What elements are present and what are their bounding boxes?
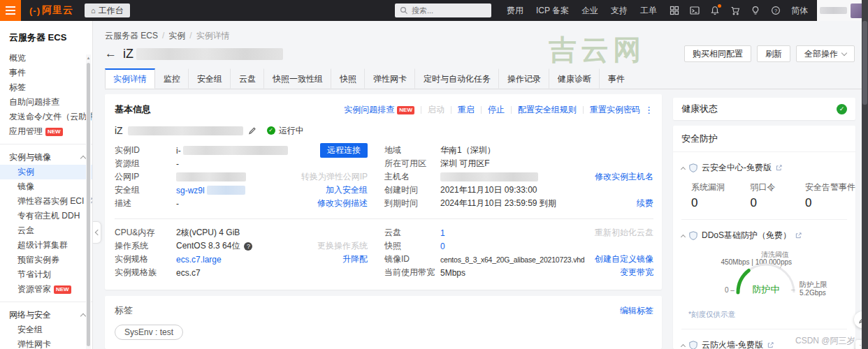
security-group-redacted [207, 186, 245, 195]
edit-hostname-link[interactable]: 修改实例主机名 [595, 171, 653, 183]
chevron-up-icon [681, 343, 686, 348]
all-actions-button[interactable]: 全部操作 [796, 45, 855, 62]
app-grid-icon[interactable] [670, 6, 679, 15]
basic-info-card: 基本信息 实例问题排查NEW 启动 重启 停止 配置安全组规则 重置实例密码 ⋮ [105, 94, 662, 290]
breadcrumb-instances[interactable]: 实例 [168, 31, 185, 40]
scroll-up-arrow[interactable]: ▲ [86, 54, 91, 61]
remote-connect-button[interactable]: 远程连接 [320, 143, 368, 158]
language-selector[interactable]: 简体 [791, 5, 808, 17]
sidebar-item-instances[interactable]: 实例 [0, 165, 92, 179]
page-scrollbar[interactable] [862, 0, 868, 349]
ddos-gauge: 清洗阈值 450Mbps | 100.000pps 0 – 防护中 – 防护上限… [673, 243, 855, 310]
sidebar-item-images[interactable]: 镜像 [0, 179, 92, 194]
menu-support[interactable]: 支持 [611, 5, 628, 17]
workbench-button[interactable]: ⌂ 工作台 [85, 3, 130, 17]
sidebar-item-cloud-assistant[interactable]: 发送命令/文件（云助手） [0, 110, 92, 124]
refresh-button[interactable]: 刷新 [757, 45, 790, 62]
renew-link[interactable]: 续费 [637, 198, 653, 209]
user-account[interactable] [817, 0, 868, 21]
more-actions-icon[interactable]: ⋮ [644, 105, 653, 115]
sidebar-group-instances[interactable]: 实例与镜像 [0, 149, 92, 165]
tab-health-diagnosis[interactable]: 健康诊断 [549, 68, 600, 89]
scrollbar-thumb[interactable] [862, 21, 867, 105]
sidebar-item-scc[interactable]: 超级计算集群 [0, 238, 92, 253]
tag-pill[interactable]: SysEnv : test [115, 325, 183, 340]
sidebar-item-overview[interactable]: 概览 [0, 51, 92, 66]
back-arrow-icon[interactable]: ← [105, 47, 117, 61]
sidebar-item-reserved-instances[interactable]: 预留实例券 [0, 253, 92, 267]
action-configure-sg-rules[interactable]: 配置安全组规则 [518, 104, 577, 116]
menu-icp[interactable]: ICP 备案 [536, 5, 569, 17]
sidebar-collapse-handle[interactable] [93, 221, 101, 244]
menu-enterprise[interactable]: 企业 [581, 5, 598, 17]
sidebar-item-app-management[interactable]: 应用管理NEW [0, 124, 92, 139]
sidebar-item-resource-manager[interactable]: 资源管家NEW [0, 282, 92, 297]
tab-enis[interactable]: 弹性网卡 [365, 68, 415, 89]
notifications-bell-icon[interactable] [710, 6, 720, 15]
tab-operation-records[interactable]: 操作记录 [499, 68, 549, 89]
change-os-link[interactable]: 更换操作系统 [317, 240, 368, 252]
edit-pencil-icon[interactable] [248, 126, 256, 135]
tab-instance-details[interactable]: 实例详情 [105, 68, 155, 89]
tab-disks[interactable]: 云盘 [231, 68, 264, 89]
sidebar-item-events[interactable]: 事件 [0, 66, 92, 80]
create-custom-image-link[interactable]: 创建自定义镜像 [595, 253, 653, 265]
topbar-search[interactable] [395, 3, 491, 17]
firewall-section[interactable]: 云防火墙-免费版 [681, 339, 847, 349]
sidebar-item-tags[interactable]: 标签 [0, 80, 92, 95]
resize-link[interactable]: 升降配 [342, 253, 368, 265]
edit-tags-link[interactable]: 编辑标签 [620, 305, 653, 317]
action-reset-password[interactable]: 重置实例密码 [590, 104, 640, 116]
help-question-icon[interactable]: ? [244, 242, 252, 251]
change-bandwidth-link[interactable]: 变更带宽 [620, 267, 653, 279]
tab-security-groups[interactable]: 安全组 [189, 68, 231, 89]
search-input[interactable] [412, 6, 482, 15]
sidebar-item-eci[interactable]: 弹性容器实例 ECI [0, 194, 92, 209]
external-link-icon[interactable] [767, 342, 774, 348]
action-troubleshoot[interactable]: 实例问题排查NEW [344, 104, 414, 116]
sidebar-item-troubleshoot[interactable]: 自助问题排查 [0, 95, 92, 110]
sidebar-group-network[interactable]: 网络与安全 [0, 307, 92, 322]
edit-description-link[interactable]: 修改实例描述 [317, 198, 368, 209]
convert-to-eip-link[interactable]: 转换为弹性公网IP [301, 171, 368, 183]
security-group-link[interactable]: sg-wz9l [176, 186, 205, 195]
tab-events[interactable]: 事件 [600, 68, 633, 89]
cart-icon[interactable] [730, 6, 740, 15]
tab-monitoring[interactable]: 监控 [155, 68, 189, 89]
sidebar-item-security-groups[interactable]: 安全组 [0, 322, 92, 337]
help-icon[interactable]: ? [771, 6, 781, 15]
action-restart[interactable]: 重启 [458, 104, 475, 116]
sidebar-item-enis[interactable]: 弹性网卡 [0, 337, 92, 349]
security-center-section[interactable]: 云安全中心-免费版 [681, 162, 847, 174]
action-start[interactable]: 启动 [428, 104, 444, 116]
hamburger-menu-icon[interactable] [0, 0, 21, 21]
cloudshell-terminal-icon[interactable] [690, 6, 700, 15]
menu-ticket[interactable]: 工单 [640, 5, 657, 17]
menu-billing[interactable]: 费用 [507, 5, 523, 17]
breadcrumb-ecs[interactable]: 云服务器 ECS [105, 31, 158, 40]
reinitialize-disk-link[interactable]: 重新初始化云盘 [595, 227, 653, 239]
disks-count-link[interactable]: 1 [440, 228, 445, 238]
tab-scheduled-tasks[interactable]: 定时与自动化任务 [415, 68, 499, 89]
sidebar-item-savings-plan[interactable]: 节省计划 [0, 267, 92, 282]
sidebar-item-cloudbox[interactable]: 云盒 [0, 223, 92, 238]
sidebar-scrollbar[interactable]: ▲ [86, 54, 91, 349]
running-status-icon: ✓ [267, 126, 275, 135]
snapshots-count-link[interactable]: 0 [440, 242, 445, 251]
external-link-icon[interactable] [795, 232, 802, 239]
join-security-group-link[interactable]: 加入安全组 [326, 184, 368, 196]
sidebar-item-ddh[interactable]: 专有宿主机 DDH [0, 209, 92, 223]
panel-divider [681, 329, 847, 329]
buy-same-config-button[interactable]: 购买相同配置 [684, 45, 751, 62]
gauge-min-label: 0 – [725, 286, 735, 294]
scrollbar-thumb[interactable] [87, 63, 90, 346]
tab-snapshots[interactable]: 快照 [331, 68, 365, 89]
external-link-icon[interactable] [776, 165, 782, 171]
bulb-icon[interactable] [751, 6, 760, 15]
ddos-section[interactable]: DDoS基础防护（免费） [681, 230, 847, 242]
instance-type-link[interactable]: ecs.c7.large [176, 255, 222, 265]
tab-snapshot-groups[interactable]: 快照一致性组 [264, 68, 331, 89]
aliyun-logo[interactable]: (-) 阿里云 [29, 4, 73, 17]
action-stop[interactable]: 停止 [488, 104, 505, 116]
field-description: 描述 - 修改实例描述 [115, 197, 368, 210]
